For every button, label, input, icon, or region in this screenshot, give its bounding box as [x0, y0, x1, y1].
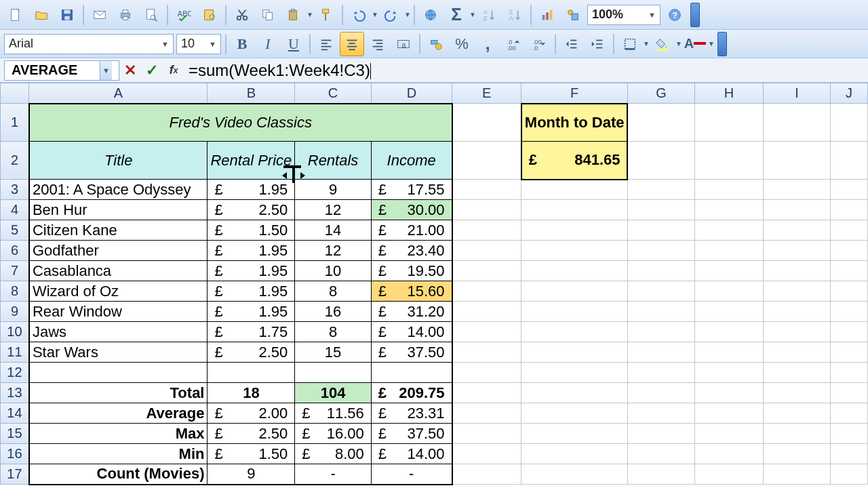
label-min[interactable]: Min: [29, 444, 208, 464]
cell-title[interactable]: Casablanca: [29, 261, 208, 281]
cell-rentals[interactable]: 14: [295, 220, 371, 241]
cell[interactable]: [695, 444, 764, 464]
cell[interactable]: [695, 424, 764, 444]
row-header-16[interactable]: 16: [1, 444, 29, 464]
cell[interactable]: [627, 281, 694, 302]
cell[interactable]: [763, 281, 831, 302]
merge-center-button[interactable]: a: [391, 32, 416, 56]
cell[interactable]: [521, 281, 628, 302]
autosum-drop[interactable]: ▼: [469, 11, 476, 18]
cell[interactable]: [452, 342, 521, 363]
cell[interactable]: [695, 180, 764, 200]
fontsize-combo[interactable]: 10▼: [176, 34, 221, 54]
cell[interactable]: [627, 200, 694, 220]
row-header-13[interactable]: 13: [1, 383, 29, 403]
total-d[interactable]: £209.75: [371, 383, 452, 403]
cell[interactable]: [521, 241, 628, 261]
cell[interactable]: [452, 444, 521, 464]
row-header-14[interactable]: 14: [1, 403, 29, 424]
spellcheck-button[interactable]: ABC: [172, 3, 196, 27]
cell[interactable]: [627, 220, 694, 241]
cell[interactable]: [831, 142, 868, 180]
cell-price[interactable]: £1.75: [208, 322, 295, 342]
name-box-dropdown[interactable]: ▼: [100, 61, 112, 80]
cell[interactable]: [452, 464, 521, 485]
row-header-4[interactable]: 4: [1, 200, 29, 220]
col-header-D[interactable]: D: [371, 83, 452, 104]
grid-table[interactable]: A B C D E F G H I J 1 Fred's Video Class…: [0, 83, 868, 485]
cell[interactable]: [763, 464, 831, 485]
formula-input[interactable]: =sum(Week1:Week4!C3): [184, 61, 864, 80]
cell-title[interactable]: Star Wars: [29, 342, 208, 363]
cell-income[interactable]: £23.40: [371, 241, 452, 261]
cell-income[interactable]: £30.00: [371, 200, 452, 220]
cell-price[interactable]: £1.95: [208, 261, 295, 281]
cell[interactable]: [627, 444, 694, 464]
min-d[interactable]: £14.00: [371, 444, 452, 464]
cell-price[interactable]: £1.95: [208, 241, 295, 261]
cell[interactable]: [831, 261, 868, 281]
cell-income[interactable]: £21.00: [371, 220, 452, 241]
zoom-combo[interactable]: 100%▼: [587, 5, 660, 25]
cell[interactable]: [695, 142, 764, 180]
cell[interactable]: [763, 104, 831, 142]
cell[interactable]: [831, 383, 868, 403]
increase-indent-button[interactable]: [585, 32, 610, 56]
cell[interactable]: [831, 322, 868, 342]
month-to-date-label[interactable]: Month to Date: [521, 104, 628, 142]
cell[interactable]: [452, 383, 521, 403]
col-header-G[interactable]: G: [627, 83, 694, 104]
toolbar-options-grip[interactable]: [690, 3, 700, 27]
cell[interactable]: [627, 464, 694, 485]
cell[interactable]: [627, 424, 694, 444]
cell[interactable]: [695, 241, 764, 261]
count-b[interactable]: 9: [208, 464, 295, 485]
cell[interactable]: [452, 142, 521, 180]
cell-rentals[interactable]: 16: [295, 302, 371, 322]
italic-button[interactable]: I: [256, 32, 280, 56]
cell[interactable]: [763, 342, 831, 363]
total-b[interactable]: 18: [208, 383, 295, 403]
cell[interactable]: [521, 180, 628, 200]
cell[interactable]: [831, 281, 868, 302]
count-c[interactable]: -: [295, 464, 371, 485]
redo-drop[interactable]: ▼: [404, 11, 411, 18]
cell[interactable]: [452, 104, 521, 142]
undo-drop[interactable]: ▼: [372, 11, 378, 18]
cell-rentals[interactable]: 15: [295, 342, 371, 363]
cell[interactable]: [831, 464, 868, 485]
align-center-button[interactable]: [340, 32, 364, 56]
cell[interactable]: [831, 403, 868, 424]
max-d[interactable]: £37.50: [371, 424, 452, 444]
cell[interactable]: [831, 200, 868, 220]
fill-color-button[interactable]: [650, 32, 675, 56]
count-d[interactable]: -: [371, 464, 452, 485]
cell[interactable]: [695, 322, 764, 342]
row-header-3[interactable]: 3: [1, 180, 29, 200]
mail-button[interactable]: [87, 3, 112, 27]
paste-button[interactable]: [281, 3, 306, 27]
drawing-button[interactable]: [561, 3, 585, 27]
cell[interactable]: [695, 464, 764, 485]
name-box[interactable]: AVERAGE ▼: [4, 60, 119, 81]
total-c[interactable]: 104: [295, 383, 371, 403]
decrease-indent-button[interactable]: [559, 32, 584, 56]
redo-button[interactable]: [379, 3, 403, 27]
cell-rentals[interactable]: 8: [295, 281, 371, 302]
cell[interactable]: [627, 383, 694, 403]
cell[interactable]: [695, 302, 764, 322]
decrease-decimal-button[interactable]: .00.0: [527, 32, 551, 56]
cell-price[interactable]: £1.95: [208, 180, 295, 200]
cell[interactable]: [695, 104, 764, 142]
chart-button[interactable]: [535, 3, 559, 27]
print-button[interactable]: [113, 3, 138, 27]
row-header-17[interactable]: 17: [1, 464, 29, 485]
col-header-I[interactable]: I: [763, 83, 831, 104]
cell[interactable]: [763, 322, 831, 342]
cell-income[interactable]: £14.00: [371, 322, 452, 342]
sort-desc-button[interactable]: ZA: [502, 3, 527, 27]
cell[interactable]: [831, 180, 868, 200]
cell-price[interactable]: £2.50: [208, 200, 295, 220]
cell[interactable]: [521, 261, 628, 281]
row-header-12[interactable]: 12: [1, 363, 29, 383]
